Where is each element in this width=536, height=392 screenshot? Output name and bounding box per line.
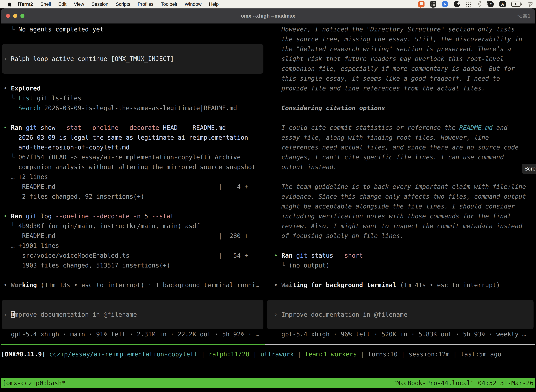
terminal-blank-line [1, 34, 265, 44]
terminal-line: └ (no output) [266, 261, 535, 270]
terminal-line: evidence. Since this change only affects… [266, 191, 535, 201]
terminal-line: of focusing solely on file lines. [266, 231, 535, 241]
terminal-line: • Ran git status --short [266, 251, 535, 261]
blue-badge-icon[interactable] [442, 1, 448, 7]
terminal-line: the source tree, missing the essay. Stil… [266, 34, 535, 44]
pane-right: However, I noticed the "Directory Struct… [266, 24, 535, 339]
terminal-line: … +1901 lines [1, 241, 265, 251]
terminal-line: output instead. [266, 162, 535, 172]
pane-border-bottom-left [1, 344, 265, 345]
terminal-line: companion analysis without altering the … [1, 162, 265, 172]
terminal-blank-line [1, 270, 265, 280]
terminal-line: Search 2026-03-09-is-legal-the-same-as-l… [1, 103, 265, 113]
menubar: iTerm2ShellEditViewSessionScriptsProfile… [0, 0, 536, 9]
terminal-line: gpt-5.4 xhigh · 96% left · 520K in · 5.8… [266, 329, 535, 339]
terminal-line: the "Related research writing" section i… [266, 44, 535, 54]
terminal-line: └ No agents completed yet [1, 24, 265, 34]
screen-share-tooltip-label: Scre [524, 166, 536, 172]
dots-grid-icon[interactable] [466, 1, 472, 7]
terminal-blank-line [1, 201, 265, 211]
terminal-line: README.md | 4 + [1, 182, 265, 191]
prompt-input-text[interactable]: › Improve documentation in @filename [2, 310, 137, 319]
status-icons: ..61A [418, 0, 533, 9]
terminal-line: companion file, especially if more comme… [266, 64, 535, 74]
prompt-input-text[interactable]: › Ralph loop active continue [OMX_TMUX_I… [2, 54, 174, 64]
terminal-line: However, I noticed the "Directory Struct… [266, 24, 535, 34]
grid-shield-icon[interactable] [430, 1, 436, 8]
window-shortcut-badge: ⌥⌘1 [517, 13, 530, 19]
prompt-input[interactable]: › Improve documentation in @filename [2, 300, 263, 329]
prompt-input[interactable]: › Ralph loop active continue [OMX_TMUX_I… [2, 44, 263, 74]
window-title: omx --xhigh --madmax [1, 13, 535, 19]
tmux-host-clock: "MacBook-Pro-44.local" 04:52 31-Mar-26 [393, 378, 534, 388]
menu-item-edit[interactable]: Edit [55, 0, 70, 9]
terminal-line: changes, I can't cite specific file line… [266, 152, 535, 162]
terminal-line: review. Also, I might want to inspect th… [266, 221, 535, 231]
tmux-status-bar: [omx-cczip0:bash* "MacBook-Pro-44.local"… [1, 378, 535, 388]
prompt-input[interactable]: › Improve documentation in @filename [267, 300, 534, 329]
pane-divider[interactable] [265, 23, 265, 344]
menu-item-view[interactable]: View [70, 0, 88, 9]
menu-item-session[interactable]: Session [88, 0, 112, 9]
omx-status-line: [OMX#0.11.9] cczip/essay/ai-reimplementa… [1, 349, 535, 359]
window-titlebar[interactable]: omx --xhigh --madmax ⌥⌘1 [1, 9, 535, 23]
terminal-line: • Waiting for background terminal (1m 41… [266, 280, 535, 290]
menu-item-iterm2[interactable]: iTerm2 [14, 0, 37, 9]
terminal-blank-line [266, 270, 535, 280]
terminal-blank-line [266, 172, 535, 182]
terminal-line: gpt-5.4 xhigh · main · 91% left · 2.31M … [1, 329, 265, 339]
menu-item-help[interactable]: Help [205, 0, 222, 9]
tmux-session-label: [omx-cczip0:bash* [2, 378, 65, 388]
wifi-icon[interactable] [526, 1, 533, 7]
terminal-line: • Explored [1, 84, 265, 93]
terminal-line: provide file and line references from th… [266, 84, 535, 93]
terminal-line: • Ran git log --oneline --decorate -n 5 … [1, 211, 265, 221]
terminal-blank-line [266, 241, 535, 251]
terminal-blank-line [1, 74, 265, 84]
terminal-line: references need actual files, and since … [266, 142, 535, 152]
terminal-blank-line [1, 113, 265, 123]
badge-61-icon[interactable]: ..61 [488, 1, 494, 7]
terminal-line: I could cite commit statistics or refere… [266, 123, 535, 133]
terminal-blank-line [266, 290, 535, 300]
terminal-line: essay file, along with finding root file… [266, 133, 535, 142]
terminal-line: … +2 lines [1, 172, 265, 182]
pane-border-bottom-right [265, 344, 535, 345]
menu-item-shell[interactable]: Shell [37, 0, 55, 9]
terminal-line: README.md | 280 + [1, 231, 265, 241]
terminal-line: Considering citation options [266, 103, 535, 113]
terminal-line: might be acceptable alongside the file l… [266, 201, 535, 211]
terminal-line: └ 067f154 (HEAD -> essay/ai-reimplementa… [1, 152, 265, 162]
terminal-blank-line [266, 113, 535, 123]
menu-item-profiles[interactable]: Profiles [134, 0, 157, 9]
terminal-line: • Working (11m 13s • esc to interrupt) ·… [1, 280, 265, 290]
terminal-line: └ 4b9d30f (origin/main, instructkr/main,… [1, 221, 265, 231]
terminal-line: [OMX#0.11.9] cczip/essay/ai-reimplementa… [1, 349, 535, 359]
notch-circle-icon[interactable] [454, 1, 460, 7]
screen-share-tooltip: Scre [522, 164, 536, 174]
battery-icon[interactable] [511, 2, 521, 7]
terminal-line: • Ran git show --stat --oneline --decora… [1, 123, 265, 133]
terminal-line: 2026-03-09-is-legal-the-same-as-legitima… [1, 133, 265, 142]
squiggle-icon[interactable] [477, 0, 482, 8]
menu-item-scripts[interactable]: Scripts [112, 0, 134, 9]
pane-left: └ No agents completed yet› Ralph loop ac… [1, 24, 265, 339]
terminal-blank-line [266, 93, 535, 103]
menu-item-toolbelt[interactable]: Toolbelt [157, 0, 181, 9]
terminal-line: 2 files changed, 92 insertions(+) [1, 191, 265, 201]
input-source-a-icon[interactable]: A [499, 1, 506, 7]
menu-item-window[interactable]: Window [181, 0, 205, 9]
apple-logo-icon[interactable] [7, 1, 13, 7]
terminal-blank-line [1, 290, 265, 300]
terminal-line: 1903 files changed, 513517 insertions(+) [1, 261, 265, 270]
chat-icon[interactable] [418, 1, 425, 7]
terminal-line: and-the-erosion-of-copyleft.md [1, 142, 265, 152]
iterm2-window: omx --xhigh --madmax ⌥⌘1 └ No agents com… [1, 9, 535, 392]
terminal-line: src/voice/voiceModeEnabled.ts | 54 + [1, 251, 265, 261]
terminal-line: └ List git ls-files [1, 93, 265, 103]
terminal-line: including verification notes with those … [266, 211, 535, 221]
terminal-line: The team guideline is to back every impo… [266, 182, 535, 191]
terminal-line: slight risk that future readers may over… [266, 54, 535, 64]
menu-items: iTerm2ShellEditViewSessionScriptsProfile… [14, 0, 222, 9]
prompt-input-text[interactable]: › Improve documentation in @filename [267, 310, 407, 319]
